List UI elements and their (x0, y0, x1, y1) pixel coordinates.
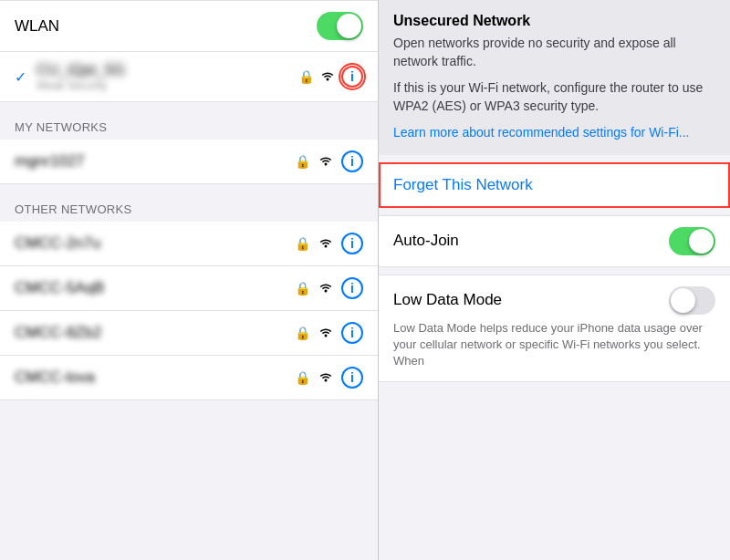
auto-join-label: Auto-Join (393, 232, 669, 250)
my-networks-header: MY NETWORKS (0, 102, 378, 140)
wifi-right-panel: Unsecured Network Open networks provide … (379, 0, 730, 560)
wifi-left-panel: WLAN ✓ CU_iQpt_5G Weak Security 🔒 i MY N… (0, 0, 379, 560)
low-data-description: Low Data Mode helps reduce your iPhone d… (393, 320, 715, 370)
forget-network-section: Forget This Network (379, 162, 730, 208)
unsecured-text-2: If this is your Wi-Fi network, configure… (393, 79, 715, 115)
info-icon: i (350, 326, 354, 340)
other-wifi-1 (318, 280, 334, 296)
info-icon: i (350, 69, 354, 84)
other-info-3[interactable]: i (341, 367, 363, 389)
connected-network-sub: Weak Security (36, 79, 298, 92)
other-lock-1: 🔒 (295, 281, 310, 296)
connected-network-info-button[interactable]: i (341, 66, 363, 88)
auto-join-row: Auto-Join (379, 215, 730, 267)
my-network-wifi-0 (318, 153, 334, 170)
info-icon: i (350, 281, 354, 296)
other-network-item-0[interactable]: CMCC-2n7u 🔒 i (0, 222, 378, 266)
my-network-info-0[interactable]: i (341, 150, 363, 172)
other-lock-0: 🔒 (295, 236, 310, 251)
low-data-toggle[interactable] (669, 286, 715, 315)
connected-checkmark: ✓ (15, 68, 29, 86)
unsecured-text-1: Open networks provide no security and ex… (393, 35, 715, 70)
my-network-lock-0: 🔒 (295, 154, 310, 169)
info-icon: i (350, 154, 354, 169)
wlan-toggle[interactable] (317, 12, 363, 40)
other-network-name-2: CMCC-8Zb2 (15, 324, 287, 342)
wifi-signal-icon (319, 68, 336, 85)
wlan-label: WLAN (15, 17, 317, 36)
other-info-1[interactable]: i (341, 277, 363, 299)
other-lock-3: 🔒 (295, 370, 310, 385)
wlan-row: WLAN (0, 0, 378, 52)
low-data-section: Low Data Mode Low Data Mode helps reduce… (379, 275, 730, 382)
other-network-item-2[interactable]: CMCC-8Zb2 🔒 i (0, 311, 378, 356)
my-network-item-0[interactable]: mgnr1027 🔒 i (0, 140, 378, 184)
unsecured-title: Unsecured Network (393, 13, 715, 29)
info-icon: i (350, 370, 354, 385)
low-data-label: Low Data Mode (393, 291, 669, 309)
other-network-item-1[interactable]: CMCC-5AqB 🔒 i (0, 266, 378, 311)
other-network-name-1: CMCC-5AqB (15, 279, 287, 297)
connected-network-icons: 🔒 i (298, 66, 363, 88)
auto-join-toggle[interactable] (669, 227, 715, 255)
other-network-name-3: CMCC-lova (15, 368, 287, 387)
other-networks-header: OTHER NETWORKS (0, 184, 378, 222)
my-network-name-0: mgnr1027 (15, 152, 287, 171)
other-wifi-2 (318, 325, 334, 341)
learn-more-link[interactable]: Learn more about recommended settings fo… (393, 125, 689, 140)
connected-network-name: CU_iQpt_5G (36, 61, 298, 79)
forget-network-button[interactable]: Forget This Network (393, 176, 533, 194)
other-info-0[interactable]: i (341, 233, 363, 254)
other-info-2[interactable]: i (341, 322, 363, 344)
connected-network-row[interactable]: ✓ CU_iQpt_5G Weak Security 🔒 i (0, 52, 378, 102)
info-icon: i (350, 236, 354, 251)
other-wifi-0 (318, 235, 334, 252)
connected-network-info: CU_iQpt_5G Weak Security (36, 61, 298, 92)
lock-icon: 🔒 (298, 69, 314, 84)
low-data-row: Low Data Mode (393, 286, 715, 315)
other-wifi-3 (318, 369, 334, 386)
unsecured-info-box: Unsecured Network Open networks provide … (379, 0, 730, 155)
other-lock-2: 🔒 (295, 326, 310, 340)
other-network-name-0: CMCC-2n7u (15, 234, 287, 253)
other-network-item-3[interactable]: CMCC-lova 🔒 i (0, 356, 378, 400)
